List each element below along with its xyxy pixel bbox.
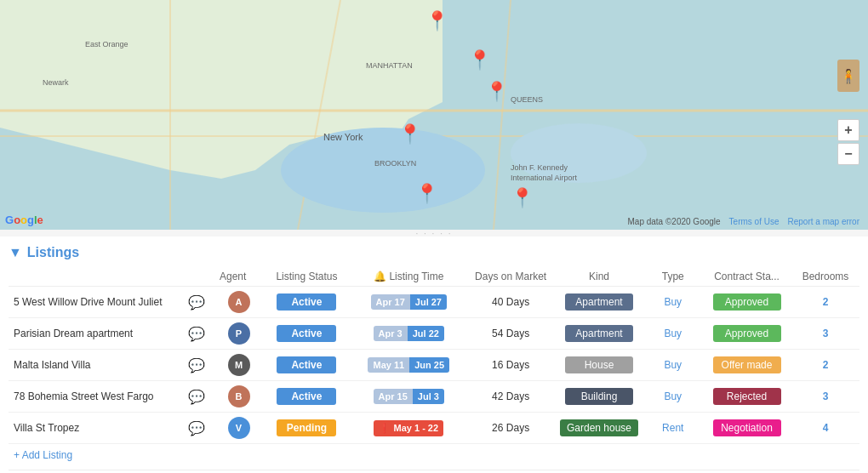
bedrooms: 3 [791, 318, 859, 350]
type[interactable]: Rent [644, 413, 702, 444]
table-row: Parisian Dream apartment 💬 P Active Apr … [9, 318, 859, 350]
zoom-in-button[interactable]: + [837, 119, 859, 141]
resize-handle[interactable]: · · · · · [0, 230, 868, 236]
listing-status: Active [263, 318, 351, 350]
map-area: New York Newark MANHATTAN QUEENS BROOKLY… [0, 0, 868, 230]
contract-status: Approved [702, 287, 791, 318]
map-zoom-controls[interactable]: + − [837, 119, 859, 165]
col-agent-header: Agent [214, 267, 263, 287]
bedrooms: 2 [791, 287, 859, 318]
footer-bar: 35.6 Days avg [9, 470, 859, 473]
type[interactable]: Buy [644, 287, 702, 318]
kind: Apartment [555, 287, 644, 318]
days-on-market: 16 Days [467, 350, 555, 381]
bedrooms: 4 [791, 413, 859, 444]
time-badge: Apr 17 Jul 27 [371, 294, 447, 310]
contract-status: Rejected [702, 381, 791, 413]
agent-avatar: B [214, 381, 263, 413]
bedrooms: 3 [791, 381, 859, 413]
zoom-out-button[interactable]: − [837, 143, 859, 165]
contract-status: Negotiation [702, 413, 791, 444]
days-on-market: 54 Days [467, 318, 555, 350]
contract-status: Offer made [702, 350, 791, 381]
listings-chevron-icon[interactable]: ▼ [9, 245, 22, 260]
time-badge: Apr 15 Jul 3 [374, 389, 444, 404]
table-row: 78 Bohemia Street West Fargo 💬 B Active … [9, 381, 859, 413]
listings-section: ▼ Listings Agent Listing Status 🔔 Listin… [0, 236, 868, 473]
listing-time: Apr 15 Jul 3 [351, 381, 467, 413]
table-row: 5 West Willow Drive Mount Juliet 💬 A Act… [9, 287, 859, 318]
agent-avatar: P [214, 318, 263, 350]
col-chat [183, 267, 214, 287]
listing-name: Villa St Tropez [9, 413, 183, 444]
chat-icon-cell[interactable]: 💬 [183, 413, 214, 444]
agent-avatar: V [214, 413, 263, 444]
map-pin-6[interactable]: 📍 [511, 187, 534, 209]
col-type-header: Type [644, 267, 702, 287]
time-badge: May 11 Jun 25 [368, 357, 449, 373]
chat-icon-cell[interactable]: 💬 [183, 318, 214, 350]
google-logo: Google [5, 214, 43, 226]
kind: Garden house [555, 413, 644, 444]
listings-header: ▼ Listings [9, 245, 859, 260]
type[interactable]: Buy [644, 350, 702, 381]
listing-name: 78 Bohemia Street West Fargo [9, 381, 183, 413]
chat-icon-cell[interactable]: 💬 [183, 287, 214, 318]
table-row: Villa St Tropez 💬 V Pending ❗ May 1 - 22… [9, 413, 859, 444]
days-on-market: 40 Days [467, 287, 555, 318]
listings-table: Agent Listing Status 🔔 Listing Time Days… [9, 267, 859, 444]
bedrooms: 2 [791, 350, 859, 381]
time-badge: Apr 3 Jul 22 [374, 326, 444, 341]
map-watermark: Map data ©2020 Google Terms of Use Repor… [627, 217, 859, 226]
map-pin-3[interactable]: 📍 [398, 123, 421, 145]
agent-avatar: A [214, 287, 263, 318]
svg-text:International Airport: International Airport [511, 174, 578, 182]
listing-time: May 11 Jun 25 [351, 350, 467, 381]
listing-status: Active [263, 350, 351, 381]
map-pin-1[interactable]: 📍 [425, 10, 448, 32]
col-kind-header: Kind [555, 267, 644, 287]
listing-status: Active [263, 287, 351, 318]
type[interactable]: Buy [644, 381, 702, 413]
svg-text:Newark: Newark [43, 78, 69, 87]
col-name [9, 267, 183, 287]
contract-status: Approved [702, 318, 791, 350]
bell-icon: 🔔 [374, 271, 386, 282]
col-days-header: Days on Market [467, 267, 555, 287]
listing-time: ❗ May 1 - 22 [351, 413, 467, 444]
agent-avatar: M [214, 350, 263, 381]
map-pin-5[interactable]: 📍 [415, 183, 438, 205]
listing-time: Apr 17 Jul 27 [351, 287, 467, 318]
svg-text:New York: New York [323, 132, 363, 142]
listing-name: Malta Island Villa [9, 350, 183, 381]
col-bedrooms-header: Bedrooms [791, 267, 859, 287]
col-contract-header: Contract Sta... [702, 267, 791, 287]
add-listing-button[interactable]: + Add Listing [9, 444, 77, 466]
kind: Building [555, 381, 644, 413]
days-on-market: 26 Days [467, 413, 555, 444]
map-person-icon[interactable]: 🧍 [837, 60, 859, 92]
days-on-market: 42 Days [467, 381, 555, 413]
svg-point-8 [281, 128, 485, 213]
chat-icon-cell[interactable]: 💬 [183, 350, 214, 381]
col-listing-status-header: Listing Status [263, 267, 351, 287]
listings-title: Listings [27, 245, 79, 260]
svg-text:John F. Kennedy: John F. Kennedy [511, 163, 568, 172]
map-pin-2[interactable]: 📍 [485, 81, 508, 103]
listing-name: 5 West Willow Drive Mount Juliet [9, 287, 183, 318]
listing-status: Pending [263, 413, 351, 444]
svg-text:QUEENS: QUEENS [511, 95, 543, 104]
col-listing-time-header: 🔔 Listing Time [351, 267, 467, 287]
svg-text:East Orange: East Orange [85, 40, 128, 48]
time-badge: ❗ May 1 - 22 [374, 420, 443, 436]
map-pin-4[interactable]: 📍 [468, 49, 491, 71]
kind: House [555, 350, 644, 381]
listing-name: Parisian Dream apartment [9, 318, 183, 350]
table-row: Malta Island Villa 💬 M Active May 11 Jun… [9, 350, 859, 381]
svg-text:BROOKLYN: BROOKLYN [374, 159, 416, 168]
svg-text:MANHATTAN: MANHATTAN [366, 61, 413, 70]
type[interactable]: Buy [644, 318, 702, 350]
listing-time: Apr 3 Jul 22 [351, 318, 467, 350]
chat-icon-cell[interactable]: 💬 [183, 381, 214, 413]
kind: Apartment [555, 318, 644, 350]
